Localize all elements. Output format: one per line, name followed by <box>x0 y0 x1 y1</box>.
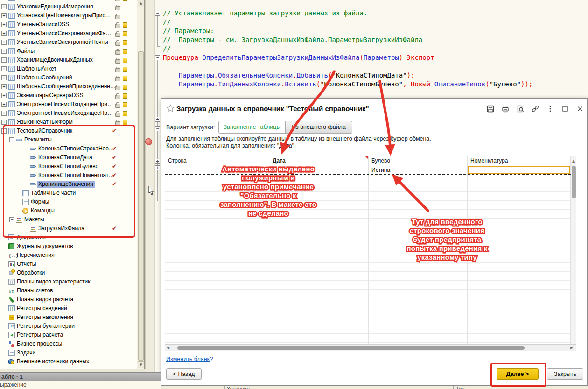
tree-item[interactable]: +УчетныеЗаписиDSS <box>0 20 137 29</box>
tree-item-label[interactable]: Отчеты <box>15 261 37 268</box>
tree-item-label[interactable]: Регистры накопления <box>15 314 75 321</box>
tree-item-label[interactable]: ЯзыкиПечатныхФорм <box>15 119 74 126</box>
tree-item[interactable]: Регистры накопления <box>0 313 137 322</box>
collapse-icon[interactable]: − <box>1 128 7 134</box>
breakpoint-icon[interactable] <box>145 138 152 145</box>
tree-item-label[interactable]: Регистры бухгалтерии <box>15 323 76 330</box>
code-line[interactable]: // Устанавливает параметры загрузки данн… <box>163 9 532 18</box>
tree-item-label[interactable]: Планы видов расчета <box>15 296 75 303</box>
tree-item-label[interactable]: УчетныеЗаписиЭлектроннойПочты <box>15 39 110 46</box>
tree-item[interactable]: Перечисления <box>0 251 137 260</box>
table-vscrollbar[interactable]: ▲ <box>571 156 576 344</box>
tree-item[interactable]: КолонкаСТипомДата✔ <box>0 153 137 162</box>
expand-icon[interactable]: + <box>1 13 7 18</box>
tree-item-label[interactable]: Документы <box>15 234 47 241</box>
tree-item-label[interactable]: Формы <box>29 198 50 205</box>
tree-item-label[interactable]: УчетныеЗаписиСинхронизацииФа… <box>15 30 112 37</box>
tree-item[interactable]: Планы счетов <box>0 286 137 295</box>
code-line[interactable]: // Параметры: <box>163 27 532 35</box>
column-header[interactable]: Булево <box>369 156 468 165</box>
scroll-right-icon[interactable]: ▶ <box>570 345 573 351</box>
tree-item-label[interactable]: КолонкаСТипомБулево <box>37 163 100 170</box>
tree-item[interactable]: Команды <box>0 206 137 215</box>
active-cell[interactable] <box>468 166 570 174</box>
tree-item-label[interactable]: Задачи <box>15 349 37 356</box>
table-cell-value[interactable]: Истина <box>371 166 390 174</box>
tree-item-label[interactable]: ШаблоныСообщений <box>15 74 73 81</box>
scroll-up-icon[interactable]: ▲ <box>138 0 144 7</box>
expand-icon[interactable]: + <box>1 22 7 27</box>
column-header[interactable]: Строка <box>165 156 266 165</box>
tree-item[interactable]: Табличные части <box>0 189 137 198</box>
tree-item[interactable]: Планы видов расчета <box>0 295 137 304</box>
expand-icon[interactable]: + <box>1 40 7 45</box>
tree-item[interactable]: ХранилищеЗначения✔ <box>0 180 137 189</box>
tree-item[interactable]: +ХранилищеДвоичныхДанных <box>0 56 137 64</box>
tree-item-label[interactable]: Бизнес-процессы <box>15 340 63 347</box>
tab-from-file[interactable]: Из внешнего файла <box>285 121 352 134</box>
code-line[interactable]: Параметры.ОбязательныеКолонки.Добавить("… <box>163 71 532 80</box>
tree-item-label[interactable]: Регистры расчета <box>15 332 64 339</box>
code-line[interactable] <box>163 62 532 71</box>
hscroll-thumb[interactable] <box>177 346 525 350</box>
collapse-icon[interactable]: − <box>9 137 14 142</box>
code-line[interactable]: Процедура ОпределитьПараметрыЗагрузкиДан… <box>163 53 532 62</box>
tree-item-label[interactable]: Планы видов характеристик <box>15 278 91 285</box>
scroll-down-icon[interactable]: ▼ <box>138 361 144 368</box>
code-line[interactable]: // <box>163 18 532 27</box>
next-button[interactable]: Далее > <box>497 368 539 380</box>
tree-item[interactable]: Регистры бухгалтерии <box>0 322 137 331</box>
print-icon[interactable] <box>501 105 510 113</box>
table-hscrollbar[interactable]: ◀ ▶ <box>165 344 576 351</box>
tree-item-label[interactable]: УчетныеЗаписиDSS <box>15 21 70 28</box>
expand-icon[interactable]: + <box>1 31 7 36</box>
tree-item[interactable]: ЗагрузкаИзФайла✔ <box>0 224 137 233</box>
expand-icon[interactable]: + <box>1 75 7 80</box>
preview-icon[interactable] <box>516 105 525 113</box>
tree-scrollbar[interactable]: ▲ ▼ <box>137 0 144 369</box>
tree-item-label[interactable]: ТестовыйСправочник <box>15 127 74 134</box>
tree-item-label[interactable]: ХранилищеДвоичныхДанных <box>15 57 94 64</box>
tree-item[interactable]: Формы <box>0 198 137 206</box>
tree-item[interactable]: Отчеты <box>0 260 137 269</box>
tree-item[interactable]: +ЭлектронноеПисьмоИсходящееПр… <box>0 109 137 118</box>
tree-scrollbar-thumb[interactable] <box>138 51 144 361</box>
collapse-icon[interactable]: − <box>9 217 14 222</box>
fold-expand-icon[interactable]: + <box>155 159 160 164</box>
tree-item-label[interactable]: ХранилищеЗначения <box>37 181 95 188</box>
tree-item-label[interactable]: Внешние источники данных <box>15 358 91 365</box>
tree-item-label[interactable]: Перечисления <box>15 252 56 259</box>
fold-expand-icon[interactable]: + <box>155 165 160 170</box>
tree-item[interactable]: КолонкаСТипомСтрокаНео…✔ <box>0 144 137 153</box>
tree-item[interactable]: Задачи <box>0 348 137 357</box>
tree-item[interactable]: −Макеты <box>0 215 137 224</box>
close-icon[interactable] <box>576 105 584 113</box>
tree-item[interactable]: Планы видов характеристик <box>0 277 137 286</box>
tree-item[interactable]: −ТестовыйСправочник✔ <box>0 127 137 135</box>
tree-item-label[interactable]: ЭлектронноеПисьмоВходящееПри… <box>15 101 114 108</box>
tree-item-label[interactable]: УпаковкиЕдиницыИзмерения <box>15 3 94 10</box>
tree-item-label[interactable]: Журналы документов <box>15 243 75 250</box>
code-line[interactable]: Параметры.ТипДанныхКолонки.Вставить("Кол… <box>163 80 532 89</box>
column-header[interactable]: Дата <box>266 156 369 165</box>
column-header[interactable]: Номенклатура <box>468 156 571 165</box>
tree-item-label[interactable]: КолонкаСТипомДата <box>37 154 94 161</box>
fold-collapse-icon[interactable]: − <box>155 55 160 60</box>
tree-item[interactable]: −Реквизиты <box>0 135 137 144</box>
tree-item-label[interactable]: Макеты <box>23 216 46 223</box>
favorite-star-icon[interactable] <box>166 104 175 114</box>
expand-icon[interactable]: + <box>1 4 7 9</box>
tree-item-label[interactable]: ЗагрузкаИзФайла <box>37 225 86 232</box>
close-button[interactable]: Закрыть <box>547 368 583 380</box>
tree-item[interactable]: +ШаблоныСообщений <box>0 73 137 82</box>
expand-icon[interactable]: + <box>1 57 7 63</box>
tree-item-label[interactable]: КолонкаСТипомНоменклат… <box>37 172 115 179</box>
expand-icon[interactable]: + <box>1 49 7 54</box>
tree-item-label[interactable]: Регистры сведений <box>15 305 69 312</box>
code-text[interactable]: // Устанавливает параметры загрузки данн… <box>163 9 532 89</box>
fold-collapse-icon[interactable]: − <box>155 11 160 16</box>
breakpoint-gutter[interactable] <box>146 0 155 372</box>
code-line[interactable]: // <box>163 44 532 53</box>
expand-icon[interactable]: + <box>1 120 7 125</box>
tree-item[interactable]: +ШаблоныСообщенийПрисоединенн… <box>0 82 137 91</box>
